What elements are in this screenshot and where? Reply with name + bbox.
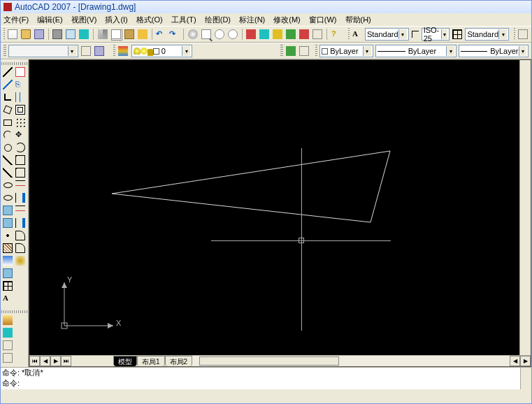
tab-prev-button[interactable]: ◀ [40, 356, 50, 366]
line-button[interactable] [1, 66, 14, 78]
scrollbar-vertical[interactable] [519, 60, 531, 355]
tab-layout2[interactable]: 布局2 [165, 356, 193, 366]
copy2-button[interactable]: ⎘ [14, 78, 27, 91]
point2-button[interactable] [1, 229, 14, 242]
textstyle-icon-btn[interactable]: A [352, 28, 363, 41]
hscroll-track[interactable] [192, 356, 510, 366]
copy-button[interactable] [110, 28, 122, 41]
region-button[interactable] [1, 267, 14, 280]
ellipse-button[interactable] [1, 179, 14, 192]
tablestyle-icon-btn[interactable] [452, 28, 463, 41]
cut-button[interactable] [97, 28, 108, 41]
toolpal-button[interactable] [272, 28, 283, 41]
workspace-button[interactable] [517, 28, 529, 41]
layermgr-button[interactable] [117, 45, 129, 57]
stretch-button[interactable] [14, 166, 27, 179]
hatch-button[interactable] [1, 242, 14, 254]
grip[interactable] [280, 45, 283, 57]
ws-combo[interactable] [8, 45, 78, 57]
new-button[interactable] [7, 28, 18, 41]
menu-draw[interactable]: 绘图(D) [205, 15, 231, 25]
linetype-combo[interactable]: ByLayer [375, 45, 456, 57]
scale-button[interactable] [14, 154, 27, 166]
grip[interactable] [315, 45, 318, 57]
gradient-button[interactable] [1, 254, 14, 267]
menu-format[interactable]: 格式(O) [136, 15, 163, 25]
menu-insert[interactable]: 插入(I) [105, 15, 127, 25]
sheetset-button[interactable] [285, 28, 296, 41]
zoom-win-button[interactable] [214, 28, 225, 41]
chevron-down-icon[interactable] [519, 46, 526, 56]
move-button[interactable]: ✥ [14, 129, 27, 141]
props-button[interactable] [245, 28, 257, 41]
visualstyle-button[interactable] [1, 339, 14, 352]
dcenter-button[interactable] [259, 28, 270, 41]
circle-button[interactable] [1, 141, 14, 154]
chevron-down-icon[interactable] [446, 46, 454, 56]
grip[interactable] [1, 62, 27, 65]
hscroll-left[interactable]: ◀ [510, 356, 520, 366]
layerprev-button[interactable] [285, 45, 296, 57]
cmd-scrollbar[interactable] [520, 368, 531, 389]
layer-combo[interactable]: 0 [131, 45, 192, 57]
paste-button[interactable] [124, 28, 135, 41]
help-button[interactable]: ? [331, 28, 342, 41]
matchprop-button[interactable] [137, 28, 148, 41]
menu-dim[interactable]: 标注(N) [239, 15, 265, 25]
undo-button[interactable]: ↶ [155, 28, 166, 41]
save-button[interactable] [34, 28, 45, 41]
chevron-down-icon[interactable] [363, 46, 371, 56]
grip[interactable] [1, 310, 27, 313]
tab-first-button[interactable]: ⏮ [29, 356, 40, 366]
pline-button[interactable] [1, 91, 14, 103]
dimstyle-combo[interactable]: ISO-25 [422, 28, 450, 41]
mirror-button[interactable] [14, 91, 27, 103]
pan-button[interactable] [187, 28, 199, 41]
3dorbit-button[interactable] [1, 326, 14, 339]
revcloud-button[interactable] [1, 154, 14, 166]
publish-button[interactable] [78, 28, 89, 41]
tablestyle-combo[interactable]: Standard [465, 28, 509, 41]
rect-button[interactable] [1, 116, 14, 129]
markup-button[interactable] [299, 28, 310, 41]
ws-settings-button[interactable] [80, 45, 92, 57]
hscroll-right[interactable]: ▶ [520, 356, 531, 366]
qcalc-button[interactable] [312, 28, 323, 41]
chevron-down-icon[interactable] [441, 29, 447, 39]
tab-last-button[interactable]: ⏭ [61, 356, 71, 366]
table-button[interactable] [1, 280, 14, 292]
plot-button[interactable] [52, 28, 63, 41]
tab-model[interactable]: 模型 [113, 356, 137, 366]
menu-edit[interactable]: 编辑(E) [37, 15, 63, 25]
misc-button[interactable] [1, 352, 14, 364]
ellipsearc-button[interactable] [1, 192, 14, 204]
menu-file[interactable]: 文件(F) [3, 15, 29, 25]
hscroll-thumb[interactable] [199, 356, 339, 366]
trim-button[interactable] [14, 179, 27, 192]
insert-button[interactable] [1, 204, 14, 217]
chevron-down-icon[interactable] [68, 46, 76, 56]
grip[interactable] [3, 28, 5, 41]
dimstyle-icon-btn[interactable] [411, 28, 419, 41]
chevron-down-icon[interactable] [498, 29, 507, 39]
offset-button[interactable] [14, 103, 27, 116]
render-button[interactable] [1, 314, 14, 326]
break-button[interactable] [14, 204, 27, 217]
chevron-down-icon[interactable] [398, 29, 407, 39]
mtext-button[interactable]: A [1, 292, 14, 305]
textstyle-combo[interactable]: Standard [365, 28, 409, 41]
xline-button[interactable] [1, 78, 14, 91]
explode-button[interactable] [14, 254, 27, 267]
chevron-down-icon[interactable] [182, 46, 190, 56]
arc-button[interactable] [1, 129, 14, 141]
block-button[interactable] [1, 217, 14, 229]
preview-button[interactable] [65, 28, 76, 41]
menu-window[interactable]: 窗口(W) [309, 15, 337, 25]
ws-save-button[interactable] [94, 45, 105, 57]
menu-help[interactable]: 帮助(H) [345, 15, 371, 25]
drawing-canvas[interactable]: X Y [29, 60, 519, 355]
zoom-prev-button[interactable] [227, 28, 238, 41]
rotate-button[interactable] [14, 141, 27, 154]
spline-button[interactable] [1, 166, 14, 179]
menu-view[interactable]: 视图(V) [71, 15, 97, 25]
